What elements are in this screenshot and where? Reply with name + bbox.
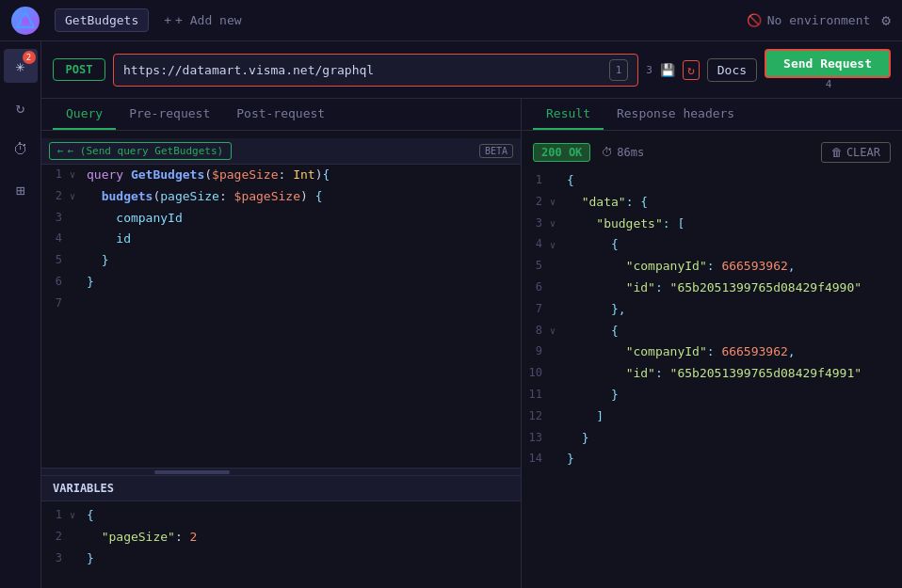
url-text[interactable]: https://datamart.visma.net/graphql <box>123 63 605 77</box>
code-line: 1 ∨ query GetBudgets($pageSize: Int){ <box>41 165 521 186</box>
code-line: 6 } <box>41 272 521 294</box>
code-line: 14 } <box>522 449 902 470</box>
tab-pre-request[interactable]: Pre-request <box>116 99 223 130</box>
sidebar-item-refresh[interactable]: ↻ <box>4 90 38 124</box>
save-icon[interactable]: 💾 <box>660 63 675 77</box>
send-query-bar: ← ← (Send query GetBudgets) BETA <box>41 138 521 165</box>
sidebar-item-grid[interactable]: ⊞ <box>4 173 38 207</box>
clock-icon: ⏱ <box>13 140 28 158</box>
svg-point-1 <box>22 17 29 24</box>
code-line: 8 ∨ { <box>522 321 902 342</box>
beta-badge: BETA <box>479 144 513 158</box>
send-number: 4 <box>826 78 832 90</box>
app-logo <box>11 7 40 35</box>
add-new-button[interactable]: + + Add new <box>164 13 241 27</box>
left-panel: Query Pre-request Post-request ← ← (Send… <box>41 99 522 588</box>
no-env-icon: 🚫 <box>747 13 762 27</box>
code-line: 10 "id": "65b2051399765d08429f4991" <box>522 363 902 385</box>
send-query-button[interactable]: ← ← (Send query GetBudgets) <box>49 142 232 160</box>
url-number-badge: 1 <box>609 59 629 81</box>
clock-icon: ⏱ <box>602 146 613 159</box>
variables-section: VARIABLES 1 ∨ { 2 "pageSize": 2 <box>41 475 521 588</box>
code-line: 7 <box>41 294 521 313</box>
url-bar: POST https://datamart.visma.net/graphql … <box>41 41 902 99</box>
code-line: 2 ∨ budgets(pageSize: $pageSize) { <box>41 186 521 208</box>
query-panel-tabs: Query Pre-request Post-request <box>41 99 521 131</box>
code-line: 2 "pageSize": 2 <box>41 527 521 548</box>
icon-count-badge: 3 <box>646 64 652 76</box>
code-line: 12 ] <box>522 406 902 428</box>
url-input-wrapper: https://datamart.visma.net/graphql 1 <box>113 54 638 87</box>
grid-icon: ⊞ <box>16 182 25 199</box>
code-line: 5 "companyId": 666593962, <box>522 256 902 278</box>
horizontal-scrollbar[interactable] <box>41 468 521 475</box>
refresh-url-icon[interactable]: ↻ <box>683 60 700 80</box>
status-badge: 200 OK <box>533 143 590 162</box>
variables-code[interactable]: 1 ∨ { 2 "pageSize": 2 3 } <box>41 501 521 573</box>
code-line: 2 ∨ "data": { <box>522 192 902 214</box>
code-line: 1 { <box>522 170 902 192</box>
tab-result[interactable]: Result <box>533 99 604 130</box>
time-badge: ⏱ 86ms <box>602 146 644 159</box>
sidebar-item-star[interactable]: ✳ 2 <box>4 49 38 83</box>
request-tab[interactable]: GetBudgets <box>55 8 149 32</box>
top-bar-right: 🚫 No environment ⚙ <box>747 11 891 29</box>
refresh-icon: ↻ <box>16 99 25 117</box>
url-icons: 3 💾 ↻ <box>646 60 699 80</box>
code-line: 9 "companyId": 666593962, <box>522 342 902 363</box>
result-header-bar: 200 OK ⏱ 86ms 🗑 CLEAR <box>522 138 902 170</box>
tab-response-headers[interactable]: Response headers <box>604 99 748 130</box>
clear-button[interactable]: 🗑 CLEAR <box>821 142 891 163</box>
http-method-badge: POST <box>53 58 105 81</box>
plus-icon: + <box>164 13 171 27</box>
code-line: 7 }, <box>522 299 902 321</box>
code-line: 4 id <box>41 229 521 250</box>
variables-header: VARIABLES <box>41 476 521 501</box>
send-request-button[interactable]: Send Request <box>765 49 891 78</box>
code-line: 6 "id": "65b2051399765d08429f4990" <box>522 278 902 299</box>
code-line: 3 companyId <box>41 208 521 230</box>
content-area: POST https://datamart.visma.net/graphql … <box>41 41 902 588</box>
code-editor[interactable]: ← ← (Send query GetBudgets) BETA 1 ∨ que… <box>41 131 521 468</box>
code-line: 1 ∨ { <box>41 505 521 527</box>
docs-button[interactable]: Docs <box>707 58 757 82</box>
code-line: 4 ∨ { <box>522 234 902 256</box>
right-panel: Result Response headers 200 OK ⏱ 86ms 🗑 <box>522 99 902 588</box>
result-content: 200 OK ⏱ 86ms 🗑 CLEAR 1 <box>522 131 902 588</box>
sidebar-badge: 2 <box>23 51 36 64</box>
code-line: 3 } <box>41 548 521 570</box>
code-line: 3 ∨ "budgets": [ <box>522 214 902 235</box>
tab-query[interactable]: Query <box>53 99 116 130</box>
panels: Query Pre-request Post-request ← ← (Send… <box>41 99 902 588</box>
trash-icon: 🗑 <box>831 146 843 159</box>
no-environment-button[interactable]: 🚫 No environment <box>747 13 871 27</box>
code-line: 11 } <box>522 385 902 406</box>
code-line: 13 } <box>522 428 902 450</box>
code-line: 5 } <box>41 250 521 272</box>
sidebar-item-history[interactable]: ⏱ <box>4 132 38 166</box>
result-panel-tabs: Result Response headers <box>522 99 902 131</box>
top-bar: GetBudgets + + Add new 🚫 No environment … <box>0 0 902 41</box>
arrow-icon: ← <box>57 145 64 157</box>
settings-icon[interactable]: ⚙ <box>881 11 891 29</box>
tab-post-request[interactable]: Post-request <box>223 99 338 130</box>
main-layout: ✳ 2 ↻ ⏱ ⊞ POST https://datamart.visma.ne… <box>0 41 902 588</box>
sidebar: ✳ 2 ↻ ⏱ ⊞ <box>0 41 41 588</box>
